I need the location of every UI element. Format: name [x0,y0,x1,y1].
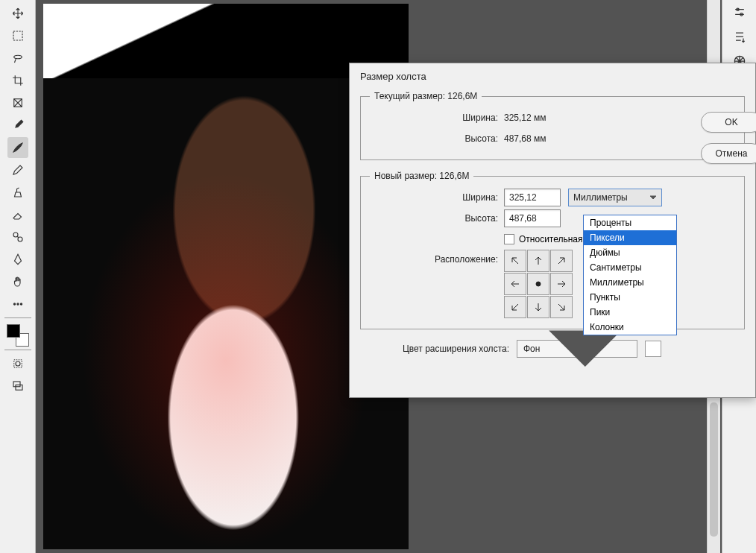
unit-option-cm[interactable]: Сантиметры [584,260,676,275]
eraser-tool[interactable] [7,204,28,225]
dialog-title: Размер холста [350,63,755,89]
foreground-color[interactable] [7,324,20,338]
cancel-button[interactable]: Отмена [701,143,756,164]
extension-color-value: Фон [523,344,540,354]
svg-point-8 [16,361,20,366]
marquee-tool[interactable] [7,25,28,46]
svg-point-6 [20,303,22,305]
quickmask-tool[interactable] [7,353,28,374]
anchor-sw[interactable] [504,296,526,318]
current-size-group: Текущий размер: 126,6M Ширина: 325,12 мм… [360,91,745,160]
scroll-thumb[interactable] [710,402,718,537]
gradient-tool[interactable] [7,227,28,247]
more-tool[interactable] [7,294,28,315]
unit-option-picas[interactable]: Пики [584,305,676,320]
new-size-legend: Новый размер: 126,6M [370,171,473,181]
current-width-label: Ширина: [370,113,504,123]
new-height-label: Высота: [370,213,504,224]
svg-rect-10 [16,385,22,391]
svg-point-5 [16,303,18,305]
pen-tool[interactable] [7,249,28,270]
unit-option-inches[interactable]: Дюймы [584,245,676,260]
anchor-nw[interactable] [504,250,526,272]
pencil-tool[interactable] [7,159,28,180]
unit-dropdown-list: Проценты Пиксели Дюймы Сантиметры Миллим… [583,215,677,335]
unit-option-pixels[interactable]: Пиксели [584,230,676,245]
move-tool[interactable] [7,3,28,24]
svg-point-2 [13,233,18,237]
frame-tool[interactable] [7,92,28,113]
anchor-se[interactable] [550,296,573,318]
unit-selected: Миллиметры [573,192,628,203]
canvas-size-dialog: Размер холста Текущий размер: 126,6M Шир… [349,63,756,398]
toolbar-separator [4,350,31,350]
extension-color-swatch[interactable] [645,341,661,357]
current-width-value: 325,12 мм [504,113,546,123]
anchor-w[interactable] [504,273,526,295]
extension-color-select[interactable]: Фон [517,340,637,358]
brush-tool[interactable] [7,137,28,158]
tools-toolbar [0,0,36,553]
unit-option-mm[interactable]: Миллиметры [584,275,676,290]
anchor-s[interactable] [527,296,549,318]
clone-tool[interactable] [7,182,28,203]
hand-tool[interactable] [7,271,28,292]
svg-rect-9 [13,382,20,387]
svg-rect-7 [13,360,22,368]
unit-option-percent[interactable]: Проценты [584,215,676,230]
eyedropper-tool[interactable] [7,115,28,136]
svg-point-14 [536,282,541,286]
ok-button[interactable]: OK [701,112,756,133]
height-input[interactable] [504,209,561,227]
unit-select[interactable]: Миллиметры [568,189,662,206]
anchor-grid [504,250,573,318]
toolbar-separator [4,317,31,318]
extension-color-label: Цвет расширения холста: [382,344,517,354]
anchor-ne[interactable] [550,250,573,272]
new-size-group: Новый размер: 126,6M Ширина: Миллиметры … [360,171,745,329]
screenmode-tool[interactable] [7,376,28,396]
svg-point-4 [13,303,15,305]
anchor-label: Расположение: [370,250,504,265]
relative-checkbox[interactable] [504,234,514,244]
anchor-center[interactable] [527,273,549,295]
paragraph-icon[interactable] [732,29,747,46]
current-height-label: Высота: [370,133,504,144]
unit-option-columns[interactable]: Колонки [584,320,676,335]
chevron-down-icon [649,194,657,201]
svg-rect-0 [13,31,22,40]
svg-point-3 [18,237,22,241]
color-swatches[interactable] [7,324,29,347]
crop-tool[interactable] [7,70,28,91]
anchor-e[interactable] [550,273,573,295]
relative-label: Относительная [519,234,583,244]
new-width-label: Ширина: [370,192,504,203]
unit-option-points[interactable]: Пункты [584,290,676,305]
current-size-legend: Текущий размер: 126,6M [370,91,482,101]
width-input[interactable] [504,189,561,206]
anchor-n[interactable] [527,250,549,272]
adjustments-icon[interactable] [732,4,747,22]
current-height-value: 487,68 мм [504,133,546,144]
lasso-tool[interactable] [7,48,28,69]
